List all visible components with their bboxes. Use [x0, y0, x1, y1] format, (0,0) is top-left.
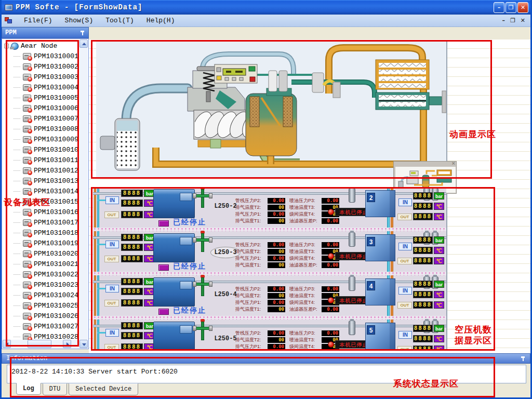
- menu-item[interactable]: Help(H): [140, 15, 181, 26]
- tree-device-item[interactable]: × PPM10310010: [4, 144, 88, 155]
- tree-device-item[interactable]: × PPM10310019: [4, 238, 88, 248]
- scroll-left-button[interactable]: [3, 340, 11, 348]
- tree-connector: [14, 160, 20, 161]
- scroll-right-button[interactable]: [63, 340, 71, 348]
- device-icon: ×: [23, 167, 31, 174]
- tab-dtu[interactable]: DTU: [43, 383, 68, 395]
- device-label: PPM10310009: [34, 136, 78, 143]
- tree-device-item[interactable]: × PPM10310021: [4, 259, 88, 269]
- offline-badge-icon: ×: [28, 56, 32, 61]
- offline-badge-icon: ×: [28, 243, 32, 248]
- menu-item[interactable]: File(F): [18, 15, 59, 26]
- device-icon: ×: [23, 198, 31, 205]
- pipe-tap: [97, 244, 105, 245]
- tree-device-item[interactable]: × PPM10310025: [4, 300, 88, 311]
- metric-label: 喷油压力P3:: [289, 197, 322, 204]
- tree-device-item[interactable]: × PPM10310001: [4, 51, 88, 61]
- dryer-number: 4: [367, 281, 375, 290]
- metric-label: 喷油压力P3:: [289, 330, 322, 337]
- tree-device-item[interactable]: × PPM10310007: [4, 113, 88, 124]
- log-view[interactable]: 2012-8-22 14:10:33 Server start Port:602…: [7, 365, 526, 383]
- thumbnail-close-icon[interactable]: [394, 162, 456, 167]
- close-button[interactable]: ✕: [517, 2, 528, 13]
- tree-device-item[interactable]: × PPM10310013: [4, 176, 88, 186]
- status-led-icon: [158, 264, 169, 271]
- scroll-thumb[interactable]: [28, 340, 51, 348]
- tree-root-node[interactable]: − Aear Node: [4, 41, 88, 51]
- tree-device-item[interactable]: × PPM10310011: [4, 155, 88, 165]
- child-restore-button[interactable]: ❐: [510, 17, 515, 24]
- tree-connector: [14, 56, 20, 57]
- air-dryer-unit: 2: [365, 190, 395, 217]
- tree-device-item[interactable]: × PPM10310005: [4, 92, 88, 103]
- tab-selected-device[interactable]: Selected Device: [69, 383, 138, 395]
- tree-horizontal-scrollbar[interactable]: [3, 340, 79, 348]
- tree-device-item[interactable]: × PPM10310002: [4, 61, 88, 72]
- tree-connector: [14, 66, 20, 67]
- device-icon: ×: [23, 63, 31, 70]
- tree-device-item[interactable]: × PPM10310022: [4, 269, 88, 280]
- tree-device-item[interactable]: × PPM10310003: [4, 72, 88, 82]
- offline-badge-icon: ×: [28, 98, 32, 102]
- device-label: PPM10310012: [34, 167, 78, 175]
- device-icon: ×: [23, 105, 31, 112]
- tree-connector: [14, 77, 20, 77]
- pin-icon[interactable]: [79, 30, 85, 36]
- scroll-up-button[interactable]: [79, 39, 88, 48]
- restore-button[interactable]: ❐: [506, 2, 516, 13]
- tree-connector: [14, 285, 20, 285]
- celsius-unit-label: ℃: [434, 301, 444, 309]
- tree-device-item[interactable]: × PPM10310020: [4, 248, 88, 259]
- metric-value: 0.00: [322, 242, 339, 248]
- device-label: PPM10310001: [34, 52, 78, 60]
- tree-device-item[interactable]: × PPM10310026: [4, 311, 88, 321]
- valve-icon: [196, 231, 209, 253]
- in-label: IN: [398, 331, 412, 339]
- tree-device-item[interactable]: × PPM10310023: [4, 280, 88, 290]
- tree-device-item[interactable]: × PPM10310017: [4, 217, 88, 228]
- offline-badge-icon: ×: [28, 305, 32, 310]
- expander-icon[interactable]: −: [4, 44, 9, 48]
- tree-device-item[interactable]: × PPM10310009: [4, 134, 88, 144]
- menu-item[interactable]: Tool(T): [99, 15, 140, 26]
- tree-device-item[interactable]: × PPM10310024: [4, 290, 88, 300]
- status-text: 已经停止: [173, 306, 206, 315]
- animation-panel: [96, 42, 446, 179]
- tree-device-item[interactable]: × PPM10310012: [4, 165, 88, 176]
- device-icon: ×: [23, 147, 31, 153]
- tree-connector: [14, 170, 20, 171]
- temp-display: 8888: [413, 257, 433, 264]
- tree-device-item[interactable]: × PPM10310014: [4, 186, 88, 196]
- pin-icon[interactable]: [520, 356, 526, 362]
- scroll-down-button[interactable]: [79, 340, 88, 348]
- device-icon: ×: [23, 53, 31, 60]
- minimize-button[interactable]: –: [494, 2, 504, 13]
- tree-connector: [14, 202, 20, 202]
- menu-item[interactable]: Show(S): [59, 15, 100, 26]
- tree-device-item[interactable]: × PPM10310015: [4, 196, 88, 207]
- tree-device-item[interactable]: × PPM10310016: [4, 207, 88, 217]
- tree-device-item[interactable]: × PPM10310004: [4, 82, 88, 92]
- metric-value: 0.00: [268, 242, 285, 248]
- tree-connector: [14, 222, 20, 223]
- information-dock: Information 2012-8-22 14:10:33 Server st…: [2, 353, 530, 397]
- metric-value: 0.00: [322, 286, 339, 292]
- tree-device-item[interactable]: × PPM10310008: [4, 124, 88, 134]
- offline-badge-icon: ×: [28, 202, 32, 206]
- tab-log[interactable]: Log: [16, 383, 41, 395]
- child-minimize-button[interactable]: –: [502, 17, 505, 24]
- tree-device-item[interactable]: × PPM10310006: [4, 103, 88, 113]
- metric-label: 级间温度T4:: [289, 299, 322, 306]
- tree-device-item[interactable]: × PPM10310018: [4, 228, 88, 238]
- mdi-child-icon[interactable]: [5, 17, 12, 24]
- tree-dock-header[interactable]: PPM: [2, 27, 89, 38]
- title-bar[interactable]: PPM Softe - [FormShowData] – ❐ ✕: [2, 0, 530, 15]
- device-label: PPM10310007: [34, 115, 78, 123]
- tree-device-item[interactable]: × PPM10310027: [4, 321, 88, 331]
- metric-label: 级间温度T4:: [289, 255, 322, 262]
- information-header[interactable]: Information: [2, 353, 530, 364]
- metric-value: 0.00: [322, 262, 339, 268]
- tree-dock-title: PPM: [5, 29, 17, 36]
- tree-vertical-scrollbar[interactable]: [79, 39, 88, 348]
- child-close-button[interactable]: ✕: [521, 17, 525, 24]
